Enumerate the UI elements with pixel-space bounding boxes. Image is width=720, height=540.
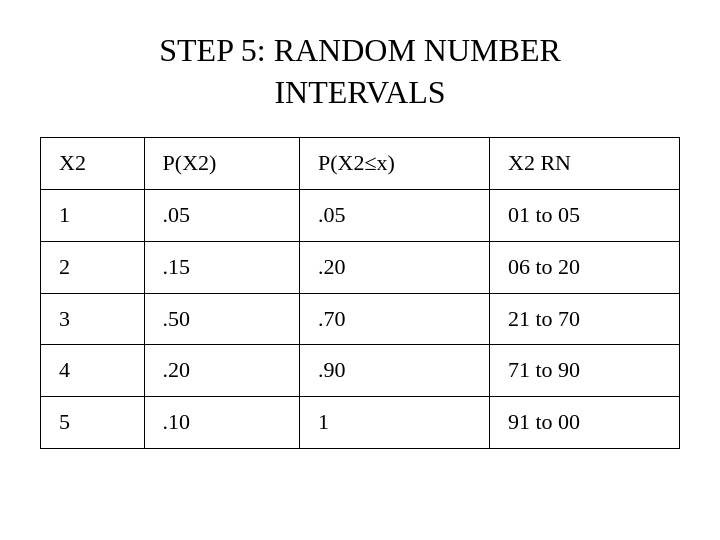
cell-px2-1: .05	[144, 189, 299, 241]
header-x2: X2	[41, 138, 145, 190]
table-row: 1.05.0501 to 05	[41, 189, 680, 241]
cell-rn-1: 01 to 05	[490, 189, 680, 241]
cell-x2-5: 5	[41, 397, 145, 449]
cell-x2-3: 3	[41, 293, 145, 345]
cell-rn-5: 91 to 00	[490, 397, 680, 449]
cell-px2-5: .10	[144, 397, 299, 449]
cell-rn-4: 71 to 90	[490, 345, 680, 397]
table-row: 5.10191 to 00	[41, 397, 680, 449]
table-header-row: X2 P(X2) P(X2≤x) X2 RN	[41, 138, 680, 190]
cell-rn-3: 21 to 70	[490, 293, 680, 345]
cell-cumulative-1: .05	[300, 189, 490, 241]
title-line-1: STEP 5: RANDOM NUMBER	[159, 30, 561, 72]
title-line-2: INTERVALS	[159, 72, 561, 114]
table-wrapper: X2 P(X2) P(X2≤x) X2 RN 1.05.0501 to 052.…	[40, 137, 680, 449]
cell-px2-4: .20	[144, 345, 299, 397]
cell-cumulative-3: .70	[300, 293, 490, 345]
table-row: 2.15.2006 to 20	[41, 241, 680, 293]
cell-x2-4: 4	[41, 345, 145, 397]
cell-cumulative-4: .90	[300, 345, 490, 397]
cell-cumulative-5: 1	[300, 397, 490, 449]
header-rn: X2 RN	[490, 138, 680, 190]
intervals-table: X2 P(X2) P(X2≤x) X2 RN 1.05.0501 to 052.…	[40, 137, 680, 449]
cell-x2-1: 1	[41, 189, 145, 241]
cell-rn-2: 06 to 20	[490, 241, 680, 293]
table-row: 4.20.9071 to 90	[41, 345, 680, 397]
header-px2: P(X2)	[144, 138, 299, 190]
cell-px2-2: .15	[144, 241, 299, 293]
cell-x2-2: 2	[41, 241, 145, 293]
header-cumulative: P(X2≤x)	[300, 138, 490, 190]
page-title: STEP 5: RANDOM NUMBER INTERVALS	[159, 30, 561, 113]
table-row: 3.50.7021 to 70	[41, 293, 680, 345]
cell-px2-3: .50	[144, 293, 299, 345]
cell-cumulative-2: .20	[300, 241, 490, 293]
